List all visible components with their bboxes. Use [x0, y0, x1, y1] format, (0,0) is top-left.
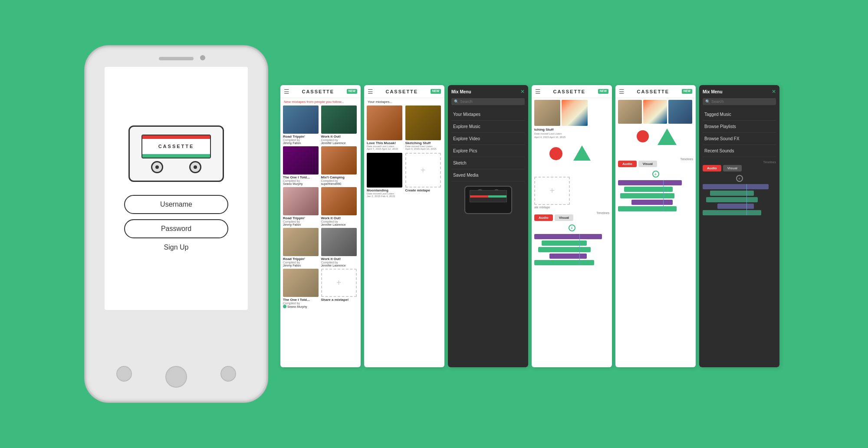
screen4-logo: CASSETTE [541, 89, 598, 94]
screen-timeline: ☰ CASSETTE NEW Timelines Audio Visual + [615, 85, 696, 367]
mixtape-thumb [283, 105, 319, 134]
track-2 [710, 191, 754, 196]
mixtape-thumb [283, 146, 319, 175]
screen5-badge: NEW [682, 89, 692, 93]
phone-recent-button[interactable] [220, 366, 236, 382]
mix-menu-item-sketch[interactable]: Sketch [451, 157, 525, 169]
timeline-playhead-screen6 [746, 184, 747, 215]
list-item: Work it Out! Compiled by Jennifer Lawren… [321, 228, 358, 268]
list-item: Road Trippin' Compiled by Jimmy Fallon [283, 228, 320, 268]
create-mixtape-item[interactable]: + Share a mixtape! [321, 269, 358, 309]
signup-button[interactable]: Sign Up [164, 244, 189, 251]
mix-menu-timeline: Timelines Audio Visual + [703, 161, 776, 215]
timeline-add-row-screen6: + [703, 174, 776, 183]
timeline-playhead [579, 234, 580, 265]
mix-menu-search-bar-2[interactable]: 🔍 [703, 98, 776, 105]
timeline-playhead-screen5 [663, 180, 664, 211]
phone-back-button[interactable] [116, 366, 132, 382]
screen5-header: ☰ CASSETTE NEW [615, 85, 696, 98]
audio-tab-screen6[interactable]: Audio [703, 165, 721, 171]
create-mixtape-item[interactable]: + Create mixtape [405, 153, 442, 198]
username-input[interactable]: Username [124, 195, 228, 214]
phone-camera [200, 55, 205, 60]
screen2-subtitle: Your mixtapes... [364, 98, 444, 105]
screen1-logo: CASSETTE [289, 89, 347, 94]
hamburger-icon[interactable]: ☰ [619, 88, 625, 95]
user-icon [283, 305, 286, 308]
track-3 [706, 197, 757, 202]
audio-tab[interactable]: Audio [534, 214, 553, 221]
mix-menu-header: Mix Menu ✕ [451, 89, 525, 95]
hamburger-icon[interactable]: ☰ [284, 88, 289, 95]
cassette-reel-right [189, 161, 201, 173]
mix-menu-overlay-2: Mix Menu ✕ 🔍 Tagged Music Browse Playlis… [699, 85, 779, 367]
add-track-button-screen6[interactable]: + [736, 175, 743, 182]
track-5 [534, 260, 594, 265]
mix-menu-item-explore-music[interactable]: Explore Music [451, 121, 525, 133]
screen5-content: Timelines Audio Visual + [615, 98, 696, 214]
screen5-logo: CASSETTE [625, 89, 682, 94]
mix-menu-overlay: Mix Menu ✕ 🔍 Your Mixtapes Explore Music… [448, 85, 528, 367]
screen-feed: ☰ CASSETTE NEW New mixtapes from people … [280, 85, 361, 367]
mixtape-thumb [405, 105, 441, 140]
create-plus-icon[interactable]: + [321, 269, 357, 297]
mix-menu-item-recent-sounds[interactable]: Recent Sounds [703, 145, 776, 157]
list-item: Sketching Stuff Date moved Last Listen A… [405, 105, 442, 151]
list-item: Love This Musak! Date moved Last Listen … [367, 105, 404, 151]
list-item: The One I Told... Compiled by Seano Murp… [283, 146, 320, 186]
screen-mix-menu-timeline: ☰ CASSETTE NEW Mix Menu ✕ 🔍 Tagged Music… [699, 85, 779, 367]
mixtape-thumb [321, 228, 357, 256]
mixtape-thumb [321, 146, 357, 175]
visual-tab-screen5[interactable]: Visual [638, 161, 657, 167]
mix-menu-search-input[interactable] [460, 99, 522, 104]
login-form: Username Password Sign Up [124, 195, 228, 251]
mix-menu-item-explore-video[interactable]: Explore Video [451, 133, 525, 145]
add-track-button[interactable]: + [569, 224, 575, 231]
screen4-content: tching Stuff Date moved Last Listen Apri… [532, 98, 612, 268]
decorative-circle [549, 147, 562, 160]
visual-tab-screen6[interactable]: Visual [723, 165, 742, 171]
hamburger-icon[interactable]: ☰ [535, 88, 541, 95]
decorative-triangle-green [658, 128, 677, 145]
search-icon-2: 🔍 [705, 99, 710, 104]
mix-menu-item-explore-pics[interactable]: Explore Pics [451, 145, 525, 157]
timeline-tabs-screen5: Audio Visual [618, 161, 693, 167]
hamburger-icon[interactable]: ☰ [368, 88, 373, 95]
track-4 [549, 254, 587, 259]
create-mixtape-button[interactable]: + [534, 177, 570, 205]
timeline-add-row: + [534, 224, 609, 232]
mix-menu-close-button[interactable]: ✕ [520, 89, 525, 95]
mix-menu-close-button-2[interactable]: ✕ [772, 89, 776, 95]
password-input[interactable]: Password [124, 219, 228, 238]
decorative-triangle [573, 145, 591, 161]
mix-menu-item-saved-media[interactable]: Saved Media [451, 169, 525, 181]
mix-menu-item-browse-soundfx[interactable]: Browse Sound FX [703, 133, 776, 145]
timeline-add-row-screen5: + [618, 170, 693, 178]
list-item: Work it Out! Compiled by Jennifer Lawren… [321, 187, 358, 227]
cassette-mini-image [464, 186, 512, 214]
track-1 [534, 234, 602, 239]
screen-mix-menu: ☰ CASSETTE NEW Mix Menu ✕ 🔍 Your Mixtape… [448, 85, 528, 367]
mix-menu-item-tagged-music[interactable]: Tagged Music [703, 109, 776, 121]
screen4-header: ☰ CASSETTE NEW [532, 85, 612, 98]
mix-menu-header-2: Mix Menu ✕ [703, 89, 776, 95]
phone-mockup: CASSETTE Username Password Sign Up [85, 46, 267, 402]
decorative-circle-red [637, 130, 649, 142]
track-1 [618, 180, 682, 185]
audio-tab-screen5[interactable]: Audio [618, 161, 637, 167]
mixtape-thumb [321, 187, 357, 215]
add-track-button-screen5[interactable]: + [652, 171, 659, 178]
mixtape-thumb [562, 100, 588, 126]
visual-tab[interactable]: Visual [555, 214, 573, 221]
mix-menu-item-browse-playlists[interactable]: Browse Playlists [703, 121, 776, 133]
mix-menu-title-2: Mix Menu [703, 89, 723, 94]
mixtape-thumb [618, 100, 642, 124]
create-plus-icon[interactable]: + [405, 153, 441, 188]
mixtape-thumb [668, 100, 692, 124]
mix-menu-item-your-mixtapes[interactable]: Your Mixtapes [451, 109, 525, 121]
screen1-header: ☰ CASSETTE NEW [280, 85, 361, 98]
list-item: The One I Told... Compiled by Seano Murp… [283, 269, 320, 309]
mix-menu-search-input-2[interactable] [711, 99, 773, 104]
phone-home-button[interactable] [165, 366, 187, 388]
mix-menu-search-bar[interactable]: 🔍 [451, 98, 525, 105]
